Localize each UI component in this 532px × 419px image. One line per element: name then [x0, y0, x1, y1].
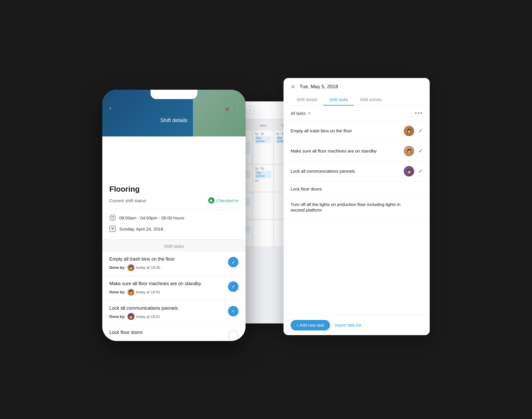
done-row: Done by: 👩 today at 18:40: [109, 264, 225, 271]
cell-time: 1p - 5p: [255, 167, 271, 170]
sp-task-text: Turn off all the lights on priduction fl…: [291, 202, 413, 213]
fraction: 0/5: [255, 179, 271, 182]
panel-date: Tue, May 5, 2018: [300, 84, 338, 90]
back-button[interactable]: ‹: [109, 104, 111, 112]
tab-bar: Shift details Shift tasks Shift activity: [291, 94, 423, 105]
close-row: ✕ Tue, May 5, 2018: [291, 84, 423, 90]
filter-chevron-icon: ▼: [308, 111, 311, 115]
done-time: today at 18:51: [136, 290, 160, 294]
task-check-2[interactable]: ✓: [228, 281, 239, 292]
cal-cell-wed[interactable]: 1p - 5p Site worker: [253, 130, 273, 164]
location-title: Flooring: [102, 185, 246, 194]
map-area: 📍: [193, 90, 246, 136]
tab-shift-tasks[interactable]: Shift tasks: [323, 94, 354, 105]
cal-cell-r4-wed[interactable]: [253, 220, 273, 246]
done-row: Done by: 👩 today at 19:01: [109, 313, 225, 320]
sp-check-3[interactable]: ✓: [418, 168, 423, 174]
done-time: today at 18:40: [136, 265, 160, 270]
add-task-button[interactable]: + Add new task: [291, 320, 330, 330]
sp-task-3[interactable]: Lock all communications pannels 👩 ✓: [284, 161, 430, 181]
bottom-actions: + Add new task Import task list: [284, 315, 430, 335]
assignee-avatar-2: 👩: [127, 289, 134, 296]
sp-avatar-3: 👩: [404, 166, 414, 176]
sp-task-text: Empty all trash bins on the floor: [291, 128, 400, 134]
shift-role: Site worker: [255, 171, 271, 178]
side-panel: ✕ Tue, May 5, 2018 Shift details Shift t…: [284, 78, 430, 335]
import-task-link[interactable]: Import task list: [335, 323, 361, 328]
task-title: Lock all communications pannels: [109, 305, 225, 311]
task-content: Lock floor doors: [109, 330, 225, 337]
phone-notch: [151, 90, 197, 99]
sp-avatar-1: 👩: [404, 126, 414, 136]
task-content: Make sure all floor machines are on stan…: [109, 281, 225, 296]
clock-icon: ⏰: [109, 214, 116, 221]
menu-button[interactable]: ⋮⋮: [229, 104, 240, 111]
side-panel-header: ✕ Tue, May 5, 2018 Shift details Shift t…: [284, 78, 430, 106]
sp-check-1[interactable]: ✓: [418, 128, 423, 134]
status-badge: ▶ Checked-in: [208, 197, 239, 204]
done-label: Done by:: [109, 290, 126, 294]
done-time: today at 19:01: [136, 314, 160, 319]
more-options-button[interactable]: •••: [415, 110, 423, 117]
progress-bar: [255, 183, 271, 185]
task-title: Make sure all floor machines are on stan…: [109, 281, 225, 287]
divider: [109, 210, 239, 210]
task-item-2[interactable]: Make sure all floor machines are on stan…: [102, 276, 246, 301]
sp-task-text: Make sure all floor machines are on stan…: [291, 148, 400, 154]
status-label: Current shift status: [109, 198, 146, 203]
phone-mockup: 📍 ‹ Shift details ⋮⋮ Flooring Current sh…: [102, 90, 246, 341]
task-check-empty[interactable]: [228, 330, 239, 341]
sp-task-1[interactable]: Empty all trash bins on the floor 👩 ✓: [284, 121, 430, 141]
task-content: Lock all communications pannels Done by:…: [109, 305, 225, 320]
sp-task-5[interactable]: Turn off all the lights on priduction fl…: [284, 197, 430, 218]
done-label: Done by:: [109, 265, 126, 270]
shift-role: Site worker: [255, 136, 271, 143]
screen-title: Shift details: [160, 117, 187, 124]
status-circle-icon: ▶: [208, 197, 215, 204]
task-check-1[interactable]: ✓: [228, 257, 239, 267]
task-item-3[interactable]: Lock all communications pannels Done by:…: [102, 301, 246, 325]
sp-check-2[interactable]: ✓: [418, 148, 423, 154]
side-panel-close-button[interactable]: ✕: [291, 84, 296, 90]
next-week-button[interactable]: ›: [246, 106, 254, 114]
cal-cell-r2-wed[interactable]: 1p - 5p Site worker 0/5: [253, 165, 273, 191]
filter-label[interactable]: All tasks ▼: [291, 111, 311, 116]
sp-task-text: Lock floor doors: [291, 186, 413, 192]
task-item-1[interactable]: Empty all trash bins on the floor Done b…: [102, 252, 246, 276]
shift-time: 08:00am - 04:00pm - 08:00 hours: [119, 215, 184, 220]
sp-avatar-2: 👩: [404, 146, 414, 156]
done-label: Done by:: [109, 314, 126, 319]
cal-cell-r3-wed[interactable]: [253, 193, 273, 219]
status-row: Current shift status ▶ Checked-in: [102, 194, 246, 207]
done-row: Done by: 👩 today at 18:51: [109, 289, 225, 296]
calendar-icon: 📅: [109, 226, 116, 232]
filter-text: All tasks: [291, 111, 306, 116]
cell-time: 1p - 5p: [255, 132, 271, 135]
task-title: Empty all trash bins on the floor: [109, 256, 225, 262]
date-row: 📅 Sunday, April 24, 2018: [102, 223, 246, 234]
spacer: [284, 218, 430, 315]
filter-row: All tasks ▼ •••: [284, 106, 430, 121]
tab-shift-details[interactable]: Shift details: [291, 94, 323, 105]
sp-task-4[interactable]: Lock floor doors: [284, 181, 430, 197]
task-item-4[interactable]: Lock floor doors: [102, 325, 246, 341]
sp-task-2[interactable]: Make sure all floor machines are on stan…: [284, 141, 430, 161]
divider-2: [109, 237, 239, 237]
tab-shift-activity[interactable]: Shift activity: [354, 94, 388, 105]
task-title: Lock floor doors: [109, 330, 225, 336]
sp-task-text: Lock all communications pannels: [291, 168, 400, 174]
assignee-avatar-1: 👩: [127, 264, 134, 271]
assignee-avatar-3: 👩: [127, 313, 134, 320]
time-row: ⏰ 08:00am - 04:00pm - 08:00 hours: [102, 212, 246, 223]
task-check-3[interactable]: ✓: [228, 306, 239, 316]
shift-date: Sunday, April 24, 2018: [119, 226, 163, 231]
day-wed: Wed: [253, 123, 273, 129]
status-value: Checked-in: [216, 198, 239, 203]
tasks-header: Shift tasks: [102, 239, 246, 252]
task-content: Empty all trash bins on the floor Done b…: [109, 256, 225, 271]
